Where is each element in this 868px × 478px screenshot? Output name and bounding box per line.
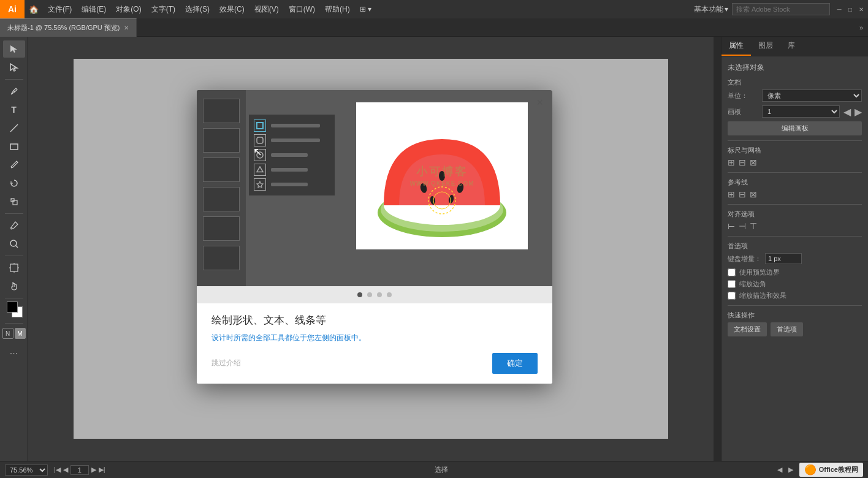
canvas-area[interactable]: ✕: [28, 37, 721, 461]
minimize-button[interactable]: ─: [835, 5, 843, 13]
canvas-nav-prev[interactable]: ◀: [843, 106, 851, 118]
hand-tool[interactable]: [3, 278, 25, 295]
preferences-button[interactable]: 首选项: [771, 322, 803, 336]
dt-label-3: [271, 153, 308, 157]
nav-last[interactable]: ▶|: [99, 466, 105, 474]
menu-grid[interactable]: ⊞ ▾: [355, 0, 376, 18]
align-label: 对齐选项: [728, 210, 862, 219]
divider-4: [728, 236, 862, 237]
menu-help[interactable]: 帮助(H): [320, 0, 355, 18]
ai-logo: Ai: [0, 0, 25, 18]
menu-object[interactable]: 对象(O): [111, 0, 146, 18]
zoom-select[interactable]: 75.56%: [5, 465, 48, 476]
preferences-label: 首选项: [728, 241, 862, 251]
scale-strokes-checkbox[interactable]: [728, 292, 736, 300]
direct-select-tool[interactable]: [3, 59, 25, 76]
dot-2[interactable]: [367, 292, 372, 297]
guide-clear-icon[interactable]: ⊠: [750, 189, 757, 199]
tab-properties[interactable]: 属性: [721, 37, 751, 56]
align-center-icon[interactable]: ⊣: [739, 221, 746, 231]
foreground-color-swatch[interactable]: [7, 302, 18, 313]
ruler-grid-icons: ⊞ ⊟ ⊠: [728, 157, 862, 167]
ruler-grid-label: 标尺与网格: [728, 146, 862, 155]
page-input[interactable]: [70, 465, 89, 475]
dt-row-3: [254, 149, 330, 161]
dialog-pagination-dots: [197, 286, 552, 303]
dot-4[interactable]: [387, 292, 392, 297]
doc-section-label: 文档: [728, 78, 862, 87]
preview-bounds-checkbox[interactable]: [728, 268, 736, 276]
guide-snap-icon[interactable]: ⊞: [728, 189, 735, 199]
menu-text[interactable]: 文字(T): [147, 0, 180, 18]
preview-bounds-label[interactable]: 使用预览边界: [739, 268, 780, 277]
brush-tool[interactable]: [3, 156, 25, 173]
tab-library[interactable]: 库: [780, 37, 802, 56]
nav-prev[interactable]: ◀: [63, 466, 68, 474]
stock-search-input[interactable]: [732, 3, 830, 15]
svg-marker-16: [257, 167, 263, 172]
office-badge[interactable]: 🟠 Office教程网: [799, 463, 863, 477]
select-tool[interactable]: [3, 40, 25, 58]
menu-file[interactable]: 文件(F): [43, 0, 77, 18]
menu-edit[interactable]: 编辑(E): [77, 0, 111, 18]
keyboard-input[interactable]: [765, 253, 802, 264]
eyedropper-tool[interactable]: [3, 217, 25, 234]
mask-mode[interactable]: M: [15, 328, 26, 339]
scale-corners-label[interactable]: 缩放边角: [739, 279, 766, 289]
artboard-tool[interactable]: [3, 259, 25, 276]
film-frame-5: [203, 216, 240, 241]
guide-lock-icon[interactable]: ⊟: [739, 189, 746, 199]
scale-tool[interactable]: [3, 193, 25, 210]
tool-separator-5: [5, 323, 23, 324]
dt-label-4: [271, 168, 308, 172]
tab-scroll-arrows[interactable]: »: [859, 24, 868, 31]
maximize-button[interactable]: □: [846, 5, 855, 13]
tab-close-button[interactable]: ✕: [124, 25, 129, 31]
canvas-nav-next[interactable]: ▶: [855, 106, 862, 118]
normal-mode[interactable]: N: [2, 328, 13, 339]
tab-layers[interactable]: 图层: [751, 37, 780, 56]
canvas-select[interactable]: 1: [762, 105, 840, 118]
nav-next[interactable]: ▶: [91, 466, 96, 474]
ruler-icon[interactable]: ⊞: [728, 157, 735, 167]
grid-icon[interactable]: ⊟: [739, 157, 746, 167]
pen-tool[interactable]: [3, 83, 25, 100]
rectangle-tool[interactable]: [3, 138, 25, 155]
nav-first[interactable]: |◀: [54, 466, 61, 474]
type-tool[interactable]: T: [3, 101, 25, 118]
align-left-icon[interactable]: ⊢: [728, 221, 735, 231]
tool-separator-2: [5, 213, 23, 214]
unit-select[interactable]: 像素: [762, 89, 862, 102]
scroll-right-btn[interactable]: ▶: [788, 466, 793, 474]
skip-intro-link[interactable]: 跳过介绍: [211, 358, 241, 368]
watermelon-svg: [375, 115, 509, 237]
close-button[interactable]: ✕: [857, 5, 866, 13]
dt-row-1: [254, 120, 330, 132]
scale-corners-checkbox[interactable]: [728, 280, 736, 288]
dot-1[interactable]: [357, 292, 362, 297]
workspace-switcher[interactable]: 基本功能 ▾: [694, 4, 728, 15]
svg-rect-1: [10, 144, 18, 150]
menu-view[interactable]: 视图(V): [249, 0, 284, 18]
edit-canvas-button[interactable]: 编辑画板: [728, 121, 862, 135]
menu-effect[interactable]: 效果(C): [215, 0, 249, 18]
scroll-left-btn[interactable]: ◀: [777, 466, 782, 474]
align-right-icon[interactable]: ⊤: [750, 221, 757, 231]
dialog-close-button[interactable]: ✕: [534, 96, 546, 108]
menu-select[interactable]: 选择(S): [180, 0, 215, 18]
more-tools[interactable]: ···: [3, 345, 25, 362]
dot-3[interactable]: [377, 292, 382, 297]
doc-settings-button[interactable]: 文档设置: [728, 322, 767, 336]
office-icon: 🟠: [804, 464, 817, 476]
guides-icon[interactable]: ⊠: [750, 157, 757, 167]
scale-strokes-label[interactable]: 缩放描边和效果: [739, 291, 786, 300]
menu-window[interactable]: 窗口(W): [284, 0, 320, 18]
home-button[interactable]: 🏠: [25, 0, 43, 18]
document-tab[interactable]: 未标题-1 @ 75.56% (RGB/GPU 预览) ✕: [0, 18, 137, 37]
confirm-button[interactable]: 确定: [492, 353, 538, 374]
rotate-tool[interactable]: [3, 175, 25, 192]
film-frame-6: [203, 246, 240, 270]
color-swatches[interactable]: [3, 302, 25, 320]
zoom-tool[interactable]: [3, 235, 25, 252]
line-tool[interactable]: [3, 120, 25, 137]
